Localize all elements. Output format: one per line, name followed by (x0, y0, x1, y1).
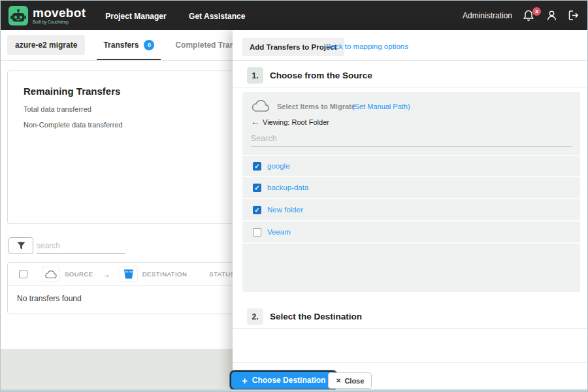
close-button[interactable]: ✕ Close (328, 372, 372, 389)
project-name-chip[interactable]: azure-e2 migrate (7, 35, 85, 55)
brand-subtitle: Built by Couchdrop (33, 20, 86, 24)
transfers-count-badge: 0 (144, 40, 154, 50)
select-items-label: Select Items to Migrate (277, 103, 355, 110)
plus-icon: + (242, 376, 248, 385)
viewing-label: Viewing: Root Folder (263, 118, 329, 126)
logout-icon (568, 10, 580, 21)
nav-project-manager[interactable]: Project Manager (105, 12, 166, 21)
panel-divider-3 (233, 328, 588, 329)
google-checkbox[interactable] (253, 162, 261, 171)
new-folder-label[interactable]: New folder (267, 206, 303, 214)
empty-table-message: No transfers found (17, 294, 82, 303)
panel-divider-2 (233, 88, 588, 88)
panel-divider-1 (233, 60, 588, 61)
source-item-list: google backup-data New folder Veeam (242, 155, 580, 244)
main-nav: Project Manager Get Assistance (86, 10, 245, 22)
step-1-title: Choose from the Source (270, 71, 372, 80)
add-transfers-panel: Add Transfers to Project Back to mapping… (233, 30, 588, 390)
choose-destination-button[interactable]: + Choose Destination (230, 370, 337, 390)
close-label: Close (344, 377, 364, 385)
back-arrow-icon[interactable]: ← (251, 117, 259, 127)
source-connector-box (42, 267, 60, 282)
notifications-button[interactable]: 3 (523, 9, 536, 22)
card-title: Remaining Transfers (24, 86, 120, 97)
brand-home-link[interactable]: movebot Built by Couchdrop (8, 6, 86, 25)
list-item-backup-data[interactable]: backup-data (242, 177, 580, 199)
top-navbar: movebot Built by Couchdrop Project Manag… (1, 1, 588, 30)
viewing-breadcrumb[interactable]: ← Viewing: Root Folder (251, 117, 329, 127)
source-browser: Select Items to Migrate (Set Manual Path… (242, 92, 580, 292)
remaining-transfers-card: Remaining Transfers Total data transferr… (7, 71, 241, 224)
transfers-search-input[interactable] (37, 238, 125, 253)
destination-header: DESTINATION (142, 270, 188, 278)
nav-get-assistance[interactable]: Get Assistance (189, 12, 245, 21)
navbar-right: Administration 3 (463, 1, 580, 30)
brand-name: movebot (33, 7, 86, 19)
table-header-row: SOURCE → DESTINATION STATUS (8, 263, 240, 286)
list-item-new-folder[interactable]: New folder (242, 199, 580, 221)
back-to-mapping-link[interactable]: Back to mapping options (326, 42, 408, 50)
logout-button[interactable] (568, 10, 580, 21)
nav-administration[interactable]: Administration (463, 11, 512, 20)
funnel-icon (17, 242, 25, 250)
source-to-destination-arrow-icon: → (103, 270, 110, 279)
veeam-label[interactable]: Veeam (267, 228, 291, 236)
step-2-title: Select the Destination (270, 312, 362, 321)
panel-divider-4 (233, 362, 588, 363)
movebot-logo-icon (8, 6, 28, 25)
new-folder-checkbox[interactable] (253, 206, 261, 214)
app-root: movebot Built by Couchdrop Project Manag… (0, 0, 588, 392)
total-data-transferred-label: Total data transferred (24, 105, 91, 113)
google-label[interactable]: google (267, 162, 290, 170)
set-manual-path-link[interactable]: (Set Manual Path) (352, 103, 410, 110)
choose-destination-label: Choose Destination (252, 376, 326, 385)
source-header: SOURCE (65, 270, 93, 278)
backup-data-label[interactable]: backup-data (267, 184, 308, 191)
noncomplete-data-transferred-label: Non-Complete data transferred (24, 121, 123, 129)
close-icon: ✕ (336, 377, 341, 384)
user-account-button[interactable] (546, 10, 557, 22)
source-cloud-icon (250, 99, 271, 113)
backup-data-checkbox[interactable] (253, 184, 261, 192)
bottom-edge-strip (1, 389, 588, 392)
cloud-icon (44, 270, 58, 279)
tab-transfers-label: Transfers (103, 41, 139, 50)
user-icon (546, 10, 557, 22)
status-header: STATUS (209, 270, 235, 278)
list-item-google[interactable]: google (242, 155, 580, 177)
select-all-checkbox[interactable] (19, 270, 27, 278)
source-items-search-input[interactable] (251, 130, 572, 147)
transfers-table: SOURCE → DESTINATION STATUS No transfers… (7, 262, 241, 314)
step-2-badge: 2. (247, 308, 263, 325)
destination-connector-box (120, 267, 138, 282)
step-1-badge: 1. (247, 67, 263, 84)
notification-badge: 3 (532, 7, 541, 16)
tab-transfers[interactable]: Transfers 0 (101, 30, 157, 60)
list-item-veeam[interactable]: Veeam (242, 221, 580, 244)
filter-button[interactable] (8, 237, 33, 254)
veeam-checkbox[interactable] (253, 228, 261, 237)
bucket-icon (123, 269, 134, 280)
